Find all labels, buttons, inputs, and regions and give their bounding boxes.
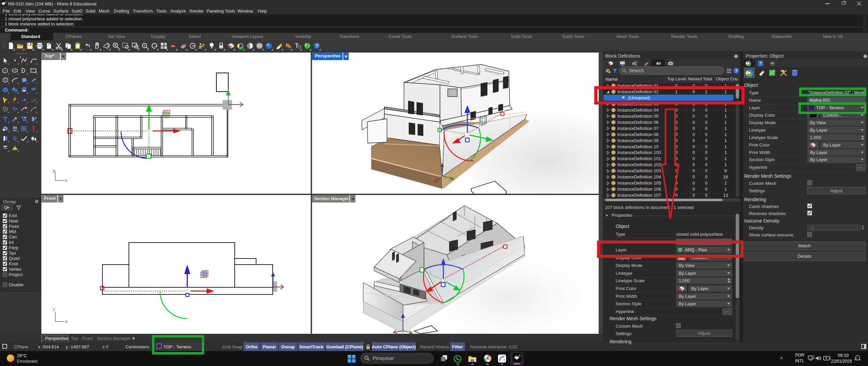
svg-text:AI: AI [632,61,636,65]
svg-text:?: ? [315,43,319,49]
svg-text:y: y [53,168,55,173]
svg-text:x: x [65,178,67,183]
svg-text:8: 8 [5,1,6,3]
svg-text:z: z [856,357,857,360]
svg-text:z: z [53,307,55,312]
svg-text:x: x [65,319,67,324]
svg-text:8: 8 [519,354,521,357]
